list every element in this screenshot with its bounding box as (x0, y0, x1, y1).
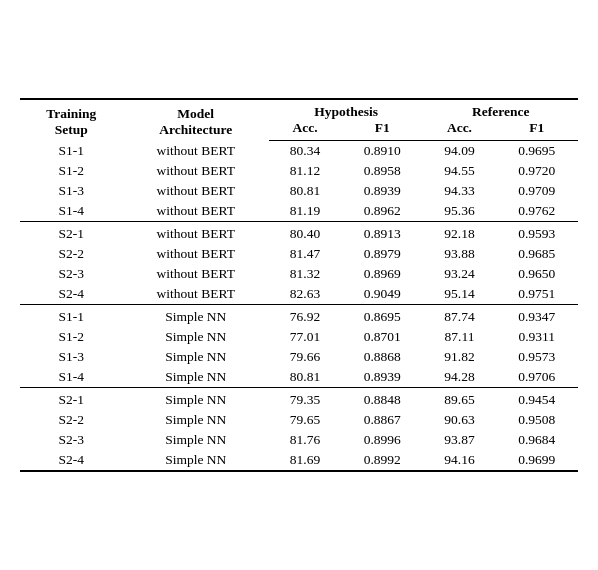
cell-hyp-acc: 79.65 (269, 410, 341, 430)
cell-setup: S2-3 (20, 430, 123, 450)
cell-ref-acc: 94.33 (423, 181, 495, 201)
cell-arch: Simple NN (123, 305, 269, 328)
cell-hyp-acc: 79.66 (269, 347, 341, 367)
table-row: S2-3Simple NN81.760.899693.870.9684 (20, 430, 578, 450)
cell-arch: Simple NN (123, 450, 269, 471)
col-hyp-f1: F1 (341, 120, 423, 141)
col-reference: Reference (423, 99, 578, 120)
cell-hyp-acc: 81.19 (269, 201, 341, 222)
cell-hyp-f1: 0.8958 (341, 161, 423, 181)
cell-setup: S1-2 (20, 161, 123, 181)
cell-arch: without BERT (123, 181, 269, 201)
cell-arch: without BERT (123, 244, 269, 264)
table-row: S2-2without BERT81.470.897993.880.9685 (20, 244, 578, 264)
cell-hyp-acc: 81.32 (269, 264, 341, 284)
cell-ref-f1: 0.9709 (495, 181, 578, 201)
cell-setup: S1-4 (20, 201, 123, 222)
cell-setup: S2-1 (20, 222, 123, 245)
cell-hyp-f1: 0.8939 (341, 181, 423, 201)
cell-ref-acc: 90.63 (423, 410, 495, 430)
table-row: S2-3without BERT81.320.896993.240.9650 (20, 264, 578, 284)
cell-ref-f1: 0.9684 (495, 430, 578, 450)
cell-setup: S1-3 (20, 181, 123, 201)
cell-ref-acc: 87.11 (423, 327, 495, 347)
cell-hyp-acc: 82.63 (269, 284, 341, 305)
col-ref-f1: F1 (495, 120, 578, 141)
cell-hyp-acc: 80.81 (269, 367, 341, 388)
col-hyp-acc: Acc. (269, 120, 341, 141)
col-ref-acc: Acc. (423, 120, 495, 141)
cell-arch: Simple NN (123, 410, 269, 430)
cell-hyp-acc: 76.92 (269, 305, 341, 328)
table-row: S2-4Simple NN81.690.899294.160.9699 (20, 450, 578, 471)
table-row: S1-1without BERT80.340.891094.090.9695 (20, 141, 578, 162)
cell-arch: without BERT (123, 201, 269, 222)
cell-ref-acc: 87.74 (423, 305, 495, 328)
table-row: S2-1without BERT80.400.891392.180.9593 (20, 222, 578, 245)
col-hypothesis: Hypothesis (269, 99, 423, 120)
cell-hyp-f1: 0.9049 (341, 284, 423, 305)
cell-setup: S2-2 (20, 410, 123, 430)
cell-hyp-f1: 0.8868 (341, 347, 423, 367)
table-body: S1-1without BERT80.340.891094.090.9695S1… (20, 141, 578, 472)
cell-arch: Simple NN (123, 367, 269, 388)
cell-ref-f1: 0.9593 (495, 222, 578, 245)
cell-hyp-acc: 80.40 (269, 222, 341, 245)
table-row: S2-1Simple NN79.350.884889.650.9454 (20, 388, 578, 411)
cell-hyp-f1: 0.8992 (341, 450, 423, 471)
cell-hyp-f1: 0.8695 (341, 305, 423, 328)
table-row: S1-4without BERT81.190.896295.360.9762 (20, 201, 578, 222)
cell-arch: without BERT (123, 141, 269, 162)
cell-setup: S2-2 (20, 244, 123, 264)
cell-ref-f1: 0.9573 (495, 347, 578, 367)
cell-ref-acc: 94.28 (423, 367, 495, 388)
cell-ref-acc: 95.14 (423, 284, 495, 305)
cell-hyp-acc: 81.76 (269, 430, 341, 450)
cell-ref-f1: 0.9751 (495, 284, 578, 305)
cell-hyp-acc: 79.35 (269, 388, 341, 411)
table-header: TrainingSetup ModelArchitecture Hypothes… (20, 99, 578, 141)
table-container: TrainingSetup ModelArchitecture Hypothes… (0, 78, 598, 492)
table-row: S1-2Simple NN77.010.870187.110.9311 (20, 327, 578, 347)
cell-hyp-f1: 0.8962 (341, 201, 423, 222)
cell-setup: S1-2 (20, 327, 123, 347)
cell-ref-acc: 91.82 (423, 347, 495, 367)
cell-ref-f1: 0.9695 (495, 141, 578, 162)
cell-setup: S2-3 (20, 264, 123, 284)
cell-ref-acc: 93.87 (423, 430, 495, 450)
table-row: S1-3Simple NN79.660.886891.820.9573 (20, 347, 578, 367)
cell-ref-acc: 94.55 (423, 161, 495, 181)
cell-ref-f1: 0.9706 (495, 367, 578, 388)
cell-ref-f1: 0.9508 (495, 410, 578, 430)
cell-hyp-f1: 0.8910 (341, 141, 423, 162)
cell-hyp-f1: 0.8979 (341, 244, 423, 264)
table-row: S2-4without BERT82.630.904995.140.9751 (20, 284, 578, 305)
cell-hyp-f1: 0.8969 (341, 264, 423, 284)
cell-ref-f1: 0.9311 (495, 327, 578, 347)
results-table: TrainingSetup ModelArchitecture Hypothes… (20, 98, 578, 472)
cell-arch: without BERT (123, 222, 269, 245)
cell-hyp-f1: 0.8867 (341, 410, 423, 430)
cell-ref-acc: 93.24 (423, 264, 495, 284)
cell-ref-f1: 0.9454 (495, 388, 578, 411)
cell-setup: S1-4 (20, 367, 123, 388)
cell-ref-acc: 93.88 (423, 244, 495, 264)
header-row-1: TrainingSetup ModelArchitecture Hypothes… (20, 99, 578, 120)
table-row: S1-3without BERT80.810.893994.330.9709 (20, 181, 578, 201)
cell-ref-f1: 0.9347 (495, 305, 578, 328)
cell-setup: S1-3 (20, 347, 123, 367)
cell-setup: S2-4 (20, 284, 123, 305)
cell-arch: Simple NN (123, 430, 269, 450)
cell-arch: without BERT (123, 161, 269, 181)
cell-arch: Simple NN (123, 347, 269, 367)
col-model-arch: ModelArchitecture (123, 99, 269, 141)
cell-setup: S2-4 (20, 450, 123, 471)
cell-ref-f1: 0.9699 (495, 450, 578, 471)
cell-hyp-acc: 80.81 (269, 181, 341, 201)
cell-ref-acc: 92.18 (423, 222, 495, 245)
cell-ref-f1: 0.9685 (495, 244, 578, 264)
cell-setup: S1-1 (20, 141, 123, 162)
cell-arch: Simple NN (123, 388, 269, 411)
cell-setup: S2-1 (20, 388, 123, 411)
cell-hyp-f1: 0.8996 (341, 430, 423, 450)
